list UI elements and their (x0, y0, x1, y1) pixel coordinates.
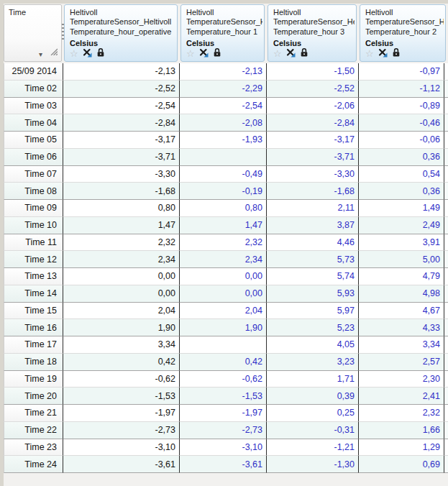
value-cell[interactable]: 2,57 (359, 354, 444, 371)
value-cell[interactable]: -2,54 (180, 98, 267, 115)
value-cell[interactable]: 4,79 (359, 268, 444, 285)
value-cell[interactable]: 2,30 (359, 371, 444, 388)
row-time-cell[interactable]: Time 18 (4, 354, 63, 371)
value-cell[interactable]: -2,84 (63, 114, 180, 132)
row-time-cell[interactable]: Time 11 (4, 234, 63, 252)
row-time-cell[interactable]: Time 12 (4, 251, 63, 268)
value-cell[interactable]: -3,30 (63, 166, 180, 183)
value-cell[interactable]: -0,06 (359, 132, 444, 149)
value-cell[interactable]: -0,31 (267, 422, 359, 439)
value-cell[interactable]: -1,93 (180, 132, 267, 149)
value-cell[interactable]: 0,00 (63, 268, 180, 285)
column-drag-handle[interactable] (62, 24, 64, 42)
row-time-cell[interactable]: Time 20 (4, 388, 63, 405)
row-time-cell[interactable]: Time 04 (4, 114, 63, 132)
value-cell[interactable]: -2,13 (63, 63, 180, 81)
value-cell[interactable]: 4,33 (359, 319, 444, 336)
chevron-down-icon[interactable]: ▾ (39, 51, 42, 58)
value-cell[interactable]: 2,34 (180, 251, 267, 268)
value-cell[interactable]: -2,52 (267, 81, 359, 98)
value-cell[interactable]: -3,17 (267, 132, 359, 149)
row-time-cell[interactable]: Time 19 (4, 371, 63, 388)
value-cell[interactable]: -0,19 (180, 183, 267, 200)
star-icon[interactable]: ☆ (70, 49, 78, 58)
value-cell[interactable]: 0,36 (359, 149, 444, 166)
row-time-cell[interactable]: Time 23 (4, 439, 63, 457)
lock-icon[interactable] (300, 47, 308, 60)
unlink-icon[interactable] (83, 47, 92, 60)
value-cell[interactable]: -1,97 (180, 405, 267, 422)
value-cell[interactable]: 0,39 (267, 388, 359, 405)
unlink-icon[interactable] (199, 47, 209, 60)
value-cell[interactable]: 2,41 (359, 388, 444, 405)
value-cell[interactable]: 0,54 (359, 166, 444, 183)
value-cell[interactable]: 4,98 (359, 285, 444, 303)
value-cell[interactable]: 2,34 (63, 251, 180, 268)
value-cell[interactable]: -0,49 (180, 166, 267, 183)
value-cell[interactable]: -3,71 (63, 149, 180, 166)
value-cell[interactable]: -0,46 (359, 114, 444, 132)
star-icon[interactable]: ☆ (186, 49, 195, 58)
value-cell[interactable]: -3,10 (63, 439, 180, 457)
lock-icon[interactable] (392, 47, 401, 60)
value-cell[interactable]: 0,00 (180, 285, 267, 303)
column-header[interactable]: Heltivoll TemperatureSensor_Helt Tempera… (360, 4, 446, 62)
row-time-cell[interactable]: Time 05 (4, 132, 63, 149)
value-cell[interactable]: -3,61 (180, 456, 267, 473)
value-cell[interactable]: -0,62 (63, 371, 180, 388)
value-cell[interactable]: 5,00 (359, 251, 444, 268)
column-header[interactable]: Heltivoll TemperatureSensor_Helt Tempera… (268, 4, 357, 62)
value-cell[interactable]: 1,47 (63, 217, 180, 234)
value-cell[interactable]: -2,29 (180, 81, 267, 98)
value-cell[interactable]: 4,05 (267, 336, 359, 354)
value-cell[interactable]: 2,49 (359, 217, 444, 234)
value-cell[interactable]: 3,34 (359, 336, 444, 354)
value-cell[interactable]: 2,32 (63, 234, 180, 252)
value-cell[interactable]: -1,53 (180, 388, 267, 405)
value-cell[interactable]: -0,89 (359, 98, 444, 115)
value-cell[interactable]: -1,97 (63, 405, 180, 422)
value-cell[interactable]: 2,04 (63, 303, 180, 320)
row-time-cell[interactable]: Time 15 (4, 303, 63, 320)
value-cell[interactable]: 0,80 (63, 200, 180, 217)
value-cell[interactable]: 0,80 (180, 200, 267, 217)
value-cell[interactable]: 3,34 (63, 336, 180, 354)
value-cell[interactable]: 3,91 (359, 234, 444, 252)
value-cell[interactable]: 1,71 (267, 371, 359, 388)
value-cell[interactable]: -2,08 (180, 114, 267, 132)
value-cell[interactable]: -1,68 (267, 183, 359, 200)
value-cell[interactable]: -2,73 (63, 422, 180, 439)
value-cell[interactable]: -0,62 (180, 371, 267, 388)
row-time-cell[interactable]: Time 02 (4, 81, 63, 98)
value-cell[interactable] (180, 149, 267, 166)
star-icon[interactable]: ☆ (273, 49, 282, 58)
value-cell[interactable]: -1,12 (359, 81, 444, 98)
value-cell[interactable]: -0,97 (359, 63, 444, 81)
value-cell[interactable]: 2,32 (180, 234, 267, 252)
value-cell[interactable]: 5,97 (267, 303, 359, 320)
column-header[interactable]: Heltivoll TemperatureSensor_Helt Tempera… (180, 4, 265, 62)
value-cell[interactable]: 1,47 (180, 217, 267, 234)
value-cell[interactable]: 0,00 (63, 285, 180, 303)
value-cell[interactable]: 2,32 (359, 405, 444, 422)
value-cell[interactable]: 0,42 (63, 354, 180, 371)
value-cell[interactable]: -2,52 (63, 81, 180, 98)
row-time-cell[interactable]: Time 24 (4, 456, 63, 473)
value-cell[interactable]: 5,93 (267, 285, 359, 303)
row-time-cell[interactable]: Time 06 (4, 149, 63, 166)
value-cell[interactable]: 0,42 (180, 354, 267, 371)
value-cell[interactable]: -1,30 (267, 456, 359, 473)
value-cell[interactable]: 1,49 (359, 200, 444, 217)
value-cell[interactable]: 5,74 (267, 268, 359, 285)
row-time-cell[interactable]: Time 13 (4, 268, 63, 285)
row-time-cell[interactable]: Time 08 (4, 183, 63, 200)
value-cell[interactable]: 3,87 (267, 217, 359, 234)
column-header[interactable]: Heltivoll TemperatureSensor_Heltivoll Te… (64, 4, 178, 62)
value-cell[interactable]: -3,17 (63, 132, 180, 149)
row-time-cell[interactable]: Time 10 (4, 217, 63, 234)
value-cell[interactable]: 2,04 (180, 303, 267, 320)
value-cell[interactable]: -1,50 (267, 63, 359, 81)
value-cell[interactable]: -2,06 (267, 98, 359, 115)
value-cell[interactable]: 5,73 (267, 251, 359, 268)
value-cell[interactable]: 4,46 (267, 234, 359, 252)
